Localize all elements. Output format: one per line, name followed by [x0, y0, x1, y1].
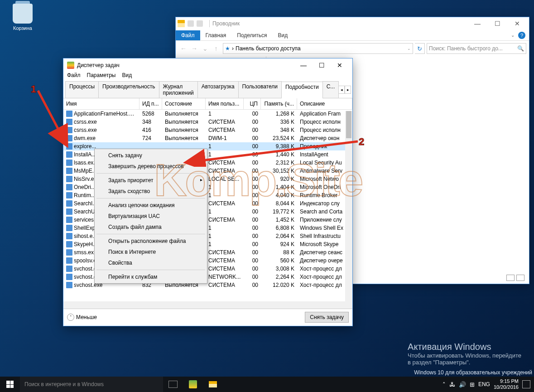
tab-2[interactable]: Журнал приложений	[159, 81, 198, 98]
col-user[interactable]: Имя польз...	[206, 98, 244, 109]
taskbar: Поиск в интернете и в Windows ˄ 🖧 🔊 ⊞ EN…	[0, 377, 534, 392]
process-icon	[66, 119, 72, 125]
table-row[interactable]: ApplicationFrameHost.exe5268Выполняется1…	[63, 110, 352, 118]
address-field[interactable]: ★ › Панель быстрого доступа ⌄	[223, 43, 413, 54]
process-icon	[66, 217, 72, 223]
refresh-button[interactable]: ↻	[415, 43, 425, 54]
explorer-taskbar-icon	[209, 381, 217, 387]
taskbar-explorer[interactable]	[203, 377, 223, 392]
nav-back-icon[interactable]: ←	[178, 44, 188, 53]
col-name[interactable]: Имя	[63, 98, 140, 109]
tab-5[interactable]: Подробности	[281, 82, 323, 98]
close-button[interactable]: ✕	[331, 58, 349, 72]
help-icon[interactable]: ?	[518, 32, 525, 39]
menu-view[interactable]: Вид	[122, 72, 132, 81]
process-icon	[66, 208, 72, 215]
ctx-item[interactable]: Снять задачу	[96, 150, 206, 161]
col-pid[interactable]: ИД п...	[140, 98, 162, 109]
col-state[interactable]: Состояние	[162, 98, 206, 109]
process-icon	[66, 249, 72, 256]
language-indicator[interactable]: ENG	[478, 381, 490, 387]
nav-fwd-icon[interactable]: →	[189, 44, 199, 53]
process-icon	[66, 241, 72, 247]
tab-4[interactable]: Пользователи	[238, 81, 282, 98]
breadcrumb: Панель быстрого доступа	[236, 45, 301, 52]
table-row[interactable]: dwm.exe724ВыполняетсяDWM-10023,524 KДисп…	[63, 134, 352, 142]
ribbon-share[interactable]: Поделиться	[231, 30, 272, 40]
tab-scroll-left[interactable]: ◂	[338, 86, 345, 94]
ctx-item[interactable]: Завершить дерево процессов	[96, 161, 206, 172]
address-dropdown-icon[interactable]: ⌄	[407, 46, 411, 51]
quick-access-toolbar[interactable]	[188, 20, 203, 27]
ribbon-home[interactable]: Главная	[200, 30, 232, 40]
view-details-icon[interactable]	[506, 275, 515, 281]
tab-scroll-right[interactable]: ▸	[345, 86, 351, 94]
close-button[interactable]: ✕	[507, 17, 527, 30]
horizontal-scrollbar[interactable]	[63, 301, 352, 309]
start-button[interactable]	[0, 377, 20, 392]
task-view-button[interactable]	[163, 377, 183, 392]
tab-3[interactable]: Автозагрузка	[197, 81, 239, 98]
tab-0[interactable]: Процессы	[65, 81, 99, 98]
ctx-item[interactable]: Открыть расположение файла	[96, 236, 206, 247]
maximize-button[interactable]: ☐	[487, 17, 507, 30]
process-icon	[66, 200, 72, 207]
menu-options[interactable]: Параметры	[87, 72, 116, 81]
table-row[interactable]: csrss.exe348ВыполняетсяСИСТЕМА00336 KПро…	[63, 118, 352, 126]
ribbon-file[interactable]: Файл	[176, 30, 200, 40]
ctx-item[interactable]: Задать приоритет	[96, 175, 206, 186]
tab-6[interactable]: С...	[322, 81, 339, 98]
svg-line-0	[38, 91, 66, 144]
minimize-button[interactable]: —	[467, 17, 487, 30]
ctx-item[interactable]: Свойства	[96, 257, 206, 268]
network-icon[interactable]: 🖧	[449, 381, 455, 388]
ctx-item[interactable]: Задать сходство	[96, 186, 206, 197]
tray-chevron-icon[interactable]: ˄	[443, 381, 446, 388]
end-task-button[interactable]: Снять задачу	[305, 312, 349, 323]
table-row[interactable]: csrss.exe416ВыполняетсяСИСТЕМА00348 KПро…	[63, 126, 352, 134]
search-placeholder: Поиск: Панель быстрого до...	[429, 45, 503, 52]
explorer-search[interactable]: Поиск: Панель быстрого до... 🔍	[427, 43, 526, 54]
fewer-details-button[interactable]: ˄ Меньше	[67, 314, 97, 321]
ctx-item[interactable]: Создать файл дампа	[96, 222, 206, 232]
system-tray: ˄ 🖧 🔊 ⊞ ENG 9:15 PM 10/20/2016	[439, 378, 534, 390]
table-header[interactable]: Имя ИД п... Состояние Имя польз... ЦП Па…	[63, 98, 352, 110]
menu-file[interactable]: Файл	[67, 72, 81, 81]
explorer-titlebar[interactable]: Проводник — ☐ ✕	[176, 17, 529, 30]
clock[interactable]: 9:15 PM 10/20/2016	[494, 378, 519, 390]
taskmgr-taskbar-icon	[189, 380, 197, 388]
context-menu: Снять задачуЗавершить дерево процессовЗа…	[94, 149, 207, 284]
taskbar-taskmgr[interactable]	[183, 377, 203, 392]
ctx-item[interactable]: Перейти к службам	[96, 271, 206, 282]
recycle-bin[interactable]: Корзина	[8, 4, 37, 31]
tab-1[interactable]: Производительность	[98, 81, 159, 98]
view-large-icon[interactable]	[516, 275, 524, 281]
ease-icon[interactable]: ⊞	[470, 381, 475, 388]
scrollbar-thumb[interactable]	[346, 111, 351, 138]
taskmgr-titlebar[interactable]: Диспетчер задач — ☐ ✕	[63, 58, 352, 72]
process-icon	[66, 225, 72, 231]
recycle-bin-icon	[13, 4, 33, 24]
ctx-item[interactable]: Виртуализация UAC	[96, 211, 206, 222]
vertical-scrollbar[interactable]	[345, 111, 352, 301]
col-cpu[interactable]: ЦП	[244, 98, 261, 109]
ribbon-view[interactable]: Вид	[272, 30, 293, 40]
nav-down-icon[interactable]: ⌄	[200, 44, 210, 53]
col-mem[interactable]: Память (ч...	[261, 98, 297, 109]
col-desc[interactable]: Описание	[297, 98, 352, 109]
taskbar-search[interactable]: Поиск в интернете и в Windows	[20, 377, 163, 392]
windows-logo-icon	[6, 381, 14, 388]
ribbon-expand-icon[interactable]: ⌄	[511, 33, 515, 38]
ctx-item[interactable]: Поиск в Интернете	[96, 247, 206, 257]
minimize-button[interactable]: —	[294, 58, 313, 72]
taskmgr-menubar: Файл Параметры Вид	[63, 72, 352, 81]
action-center-icon[interactable]	[522, 380, 530, 388]
process-icon	[66, 143, 72, 150]
process-icon	[66, 233, 72, 239]
annotation-2: 2	[359, 136, 364, 148]
process-icon	[66, 127, 72, 133]
nav-up-icon[interactable]: ↑	[211, 44, 221, 53]
volume-icon[interactable]: 🔊	[459, 381, 466, 388]
maximize-button[interactable]: ☐	[313, 58, 331, 72]
ctx-item[interactable]: Анализ цепочки ожидания	[96, 200, 206, 211]
